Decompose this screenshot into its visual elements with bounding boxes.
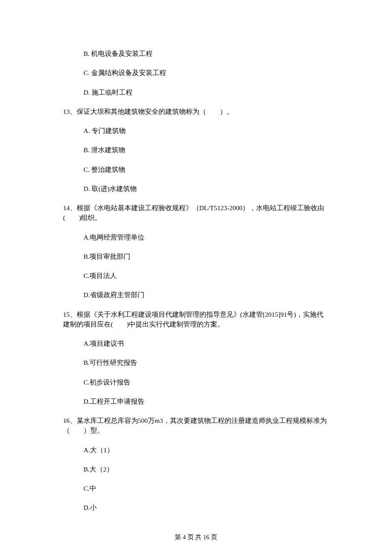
q15-option-d: D.工程开工申请报告 bbox=[63, 396, 329, 406]
q15-option-c: C.初步设计报告 bbox=[63, 377, 329, 387]
q16-option-a: A.大（1） bbox=[63, 445, 329, 455]
q13-option-c: C. 整治建筑物 bbox=[63, 165, 329, 174]
q14-option-c: C.项目法人 bbox=[63, 271, 329, 280]
q15-option-a: A.项目建议书 bbox=[63, 338, 329, 348]
q12-option-b: B. 机电设备及安装工程 bbox=[63, 49, 329, 58]
q14-option-b: B.项目审批部门 bbox=[63, 251, 329, 261]
q13-option-d: D. 取(进)水建筑物 bbox=[63, 184, 329, 194]
q16-option-c: C.中 bbox=[63, 483, 329, 493]
q12-option-d: D. 施工临时工程 bbox=[63, 87, 329, 97]
q15-stem: 15、根据《关于水利工程建设项目代建制管理的指导意见》(水建管[2015]91号… bbox=[63, 309, 329, 330]
q15-option-b: B.可行性研究报告 bbox=[63, 358, 329, 367]
q14-option-a: A.电网经营管理单位 bbox=[63, 232, 329, 242]
q14-option-d: D.省级政府主管部门 bbox=[63, 290, 329, 300]
q16-stem: 16、某水库工程总库容为500万m3，其次要建筑物工程的注册建造师执业工程规模标… bbox=[63, 416, 329, 436]
q16-option-d: D.小 bbox=[63, 503, 329, 512]
q14-stem: 14、根据《水电站基本建设工程验收规程》（DL/T5123-2000），水电站工… bbox=[63, 203, 329, 223]
q13-stem: 13、保证大坝和其他建筑物安全的建筑物称为（ ）。 bbox=[63, 107, 329, 116]
q13-option-a: A. 专门建筑物 bbox=[63, 126, 329, 136]
page-footer: 第 4 页 共 16 页 bbox=[0, 533, 392, 542]
q12-option-c: C. 金属结构设备及安装工程 bbox=[63, 68, 329, 78]
page-content: B. 机电设备及安装工程 C. 金属结构设备及安装工程 D. 施工临时工程 13… bbox=[0, 0, 392, 513]
q13-option-b: B. 泄水建筑物 bbox=[63, 145, 329, 155]
q16-option-b: B.大（2） bbox=[63, 464, 329, 474]
